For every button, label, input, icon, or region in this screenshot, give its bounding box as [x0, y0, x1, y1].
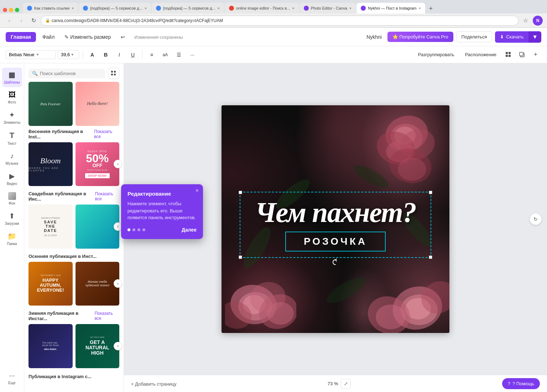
- fullscreen-button[interactable]: ⤢: [341, 379, 351, 389]
- template-card-bloom[interactable]: Bloom WHERE YOU ARE PLANTED: [28, 142, 73, 186]
- ungroup-button[interactable]: Разгруппировать: [414, 50, 459, 59]
- download-button[interactable]: ⬇ Скачать: [495, 31, 528, 43]
- sidebar-item-video[interactable]: ▶ Видео: [2, 169, 22, 189]
- text-color-button[interactable]: A: [87, 49, 98, 60]
- tab-2[interactable]: [подборка] — 5 сервисов д... ×: [79, 3, 151, 14]
- italic-button[interactable]: I: [114, 49, 125, 60]
- grid-view-button[interactable]: [503, 49, 514, 60]
- list-button[interactable]: ☰: [173, 49, 184, 60]
- undo-button[interactable]: ↩: [117, 32, 129, 42]
- section-wedding-title: Свадебная публикация в Инс...: [28, 191, 95, 202]
- template-card-teal[interactable]: [75, 205, 120, 249]
- handle-top-left[interactable]: [239, 191, 242, 194]
- address-bar[interactable]: 🔒 canva.com/design/DAD8-IItMVk/DE4-88CnU…: [41, 16, 519, 26]
- tab-5[interactable]: Photo Editor - Canva ×: [299, 3, 356, 14]
- app: Главная Файл ✎ Изменить размер ↩ Изменен…: [0, 28, 547, 392]
- back-button[interactable]: ‹: [4, 16, 14, 26]
- sidebar-item-elements[interactable]: ✦ Элементы: [2, 108, 22, 127]
- add-element-button[interactable]: +: [530, 49, 541, 60]
- handle-bottom-right[interactable]: [429, 255, 432, 259]
- help-button[interactable]: ? ? Помощь: [502, 378, 540, 389]
- add-page-button[interactable]: + Добавить страницу: [131, 381, 177, 387]
- font-size-select[interactable]: 39,6 ▼: [58, 50, 79, 59]
- section-winter-show-all[interactable]: Показать все: [95, 311, 119, 321]
- copy-button[interactable]: [516, 49, 528, 60]
- tooltip-dot-1: [127, 228, 130, 231]
- maximize-window-btn[interactable]: [15, 8, 19, 12]
- align-button[interactable]: ≡: [146, 49, 157, 60]
- background-icon: [8, 192, 16, 200]
- font-size-value: 39,6: [61, 52, 70, 57]
- sidebar-item-music[interactable]: ♪ Музыка: [2, 149, 22, 168]
- section-winter: Зимняя публикация в Инстаг... Показать в…: [28, 311, 119, 368]
- share-button[interactable]: Поделиться: [456, 31, 493, 42]
- search-input[interactable]: [40, 71, 101, 76]
- file-menu[interactable]: Файл: [39, 32, 58, 42]
- template-card-pets[interactable]: Pets Forever: [28, 82, 73, 126]
- handle-top-right[interactable]: [429, 191, 432, 194]
- canvas-refresh-button[interactable]: ↻: [530, 213, 541, 225]
- sidebar-item-more[interactable]: ··· Еще: [2, 369, 22, 388]
- handle-bottom-left[interactable]: [239, 255, 242, 259]
- bookmark-button[interactable]: ☆: [521, 16, 531, 26]
- spring-next-button[interactable]: ›: [114, 160, 122, 168]
- browser-chrome: Как ставить ссылки × [подборка] — 5 серв…: [0, 0, 547, 28]
- user-avatar[interactable]: N: [533, 16, 543, 26]
- selected-element[interactable]: Чем пахнет? РОЗОЧКА: [240, 192, 431, 258]
- sidebar-item-background[interactable]: Фон: [2, 189, 22, 208]
- template-card-hello[interactable]: Hello there!: [75, 82, 120, 126]
- section-spring-show-all[interactable]: Показать все: [94, 129, 119, 139]
- background-label: Фон: [9, 201, 15, 205]
- template-card-sale[interactable]: ENJOY UPTO 50% OFF EVERYTHING ELSE SHOP …: [75, 142, 120, 186]
- try-pro-button[interactable]: ⭐ Попробуйте Canva Pro: [387, 32, 453, 42]
- sidebar-item-photo[interactable]: 🖼 Фото: [2, 88, 22, 107]
- template-card-autumn-orange[interactable]: SEPTEMBER 7 2018 HAPPYAUTUMN,EVERYONE!: [28, 262, 73, 306]
- svg-rect-7: [114, 71, 116, 73]
- section-wedding-show-all[interactable]: Показать все: [95, 191, 119, 201]
- download-arrow-button[interactable]: ▼: [528, 31, 541, 43]
- template-card-autumn-photo[interactable]: Желаю тебечудесной осени!: [75, 262, 120, 306]
- close-window-btn[interactable]: [3, 8, 7, 12]
- filter-button[interactable]: [108, 68, 119, 79]
- sidebar-item-uploads[interactable]: ⬆ Загрузки: [2, 209, 22, 228]
- rotate-handle[interactable]: [332, 259, 339, 267]
- template-card-save-date[interactable]: Harold & Patricia SAVE THE DATE 04.11.20…: [28, 205, 73, 249]
- bold-button[interactable]: B: [100, 49, 111, 60]
- template-panel: 🔍 Pets Forever Hello there!: [24, 63, 124, 392]
- svg-rect-9: [114, 74, 116, 75]
- section-autumn-title: Осенняя публикация в Инст...: [28, 254, 97, 259]
- tab-3[interactable]: [подборка] — 5 сервисов д... ×: [152, 3, 224, 14]
- resize-menu[interactable]: ✎ Изменить размер: [61, 32, 114, 42]
- template-card-winter2[interactable]: GO ON A HIKE GET ANATURALHIGH: [75, 324, 120, 368]
- underline-button[interactable]: U: [127, 49, 139, 60]
- sidebar-item-folders[interactable]: 📁 Папки: [2, 229, 22, 249]
- winter-next-button[interactable]: ›: [114, 342, 122, 350]
- tooltip-popup: × Редактирование Нажмите элемент, чтобы …: [121, 184, 203, 239]
- tab-6-active[interactable]: Nykhni — Пост в Instagram ×: [356, 3, 425, 14]
- winter-template-grid: The earth hasmusic for those who listen.…: [28, 324, 119, 368]
- case-button[interactable]: aA: [160, 49, 171, 60]
- sidebar-item-text[interactable]: T Текст: [2, 128, 22, 148]
- forward-button[interactable]: ›: [16, 16, 26, 26]
- elements-icon: ✦: [9, 111, 15, 119]
- video-label: Видео: [7, 182, 17, 186]
- tooltip-dot-3: [137, 228, 140, 231]
- canvas-sub-text-box[interactable]: РОЗОЧКА: [285, 232, 386, 251]
- tooltip-next-button[interactable]: Далее: [182, 227, 197, 233]
- more-format-button[interactable]: ···: [187, 49, 198, 60]
- sidebar-item-templates[interactable]: ▦ Шаблоны: [2, 68, 22, 87]
- template-card-winter1[interactable]: The earth hasmusic for those who listen.: [28, 324, 73, 368]
- font-select[interactable]: Bebas Neue ▼: [6, 50, 56, 59]
- home-button[interactable]: Главная: [6, 32, 36, 42]
- section-publications-header: Публикация в Instagram с...: [28, 373, 119, 380]
- tooltip-close-button[interactable]: ×: [196, 188, 199, 194]
- design-canvas[interactable]: Чем пахнет? РОЗОЧКА: [222, 105, 449, 333]
- video-icon: ▶: [9, 172, 15, 180]
- reload-button[interactable]: ↻: [28, 16, 38, 26]
- minimize-window-btn[interactable]: [9, 8, 13, 12]
- tab-4[interactable]: online image editor - Поиск в... ×: [225, 3, 299, 14]
- new-tab-button[interactable]: +: [426, 4, 436, 14]
- position-button[interactable]: Расположение: [461, 50, 501, 59]
- autumn-next-button[interactable]: ›: [114, 279, 122, 288]
- tab-1[interactable]: Как ставить ссылки ×: [23, 3, 78, 14]
